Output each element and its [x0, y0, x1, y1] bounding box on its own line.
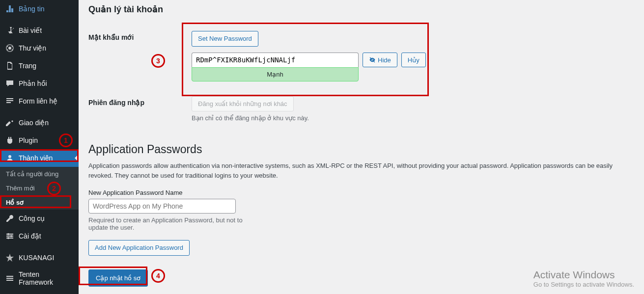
svg-rect-2 [6, 100, 13, 101]
update-profile-button[interactable]: Cập nhật hồ sơ [88, 269, 148, 287]
sessions-description: Bạn chỉ có thể đăng nhập ở khu vực này. [192, 114, 629, 122]
menu-comments[interactable]: Phản hồi [0, 75, 79, 92]
menu-label: Phản hồi [19, 80, 47, 87]
menu-contact-form[interactable]: Form liên hệ [0, 92, 79, 110]
kusanagi-icon [5, 253, 15, 263]
menu-tenten[interactable]: Tenten Framework [0, 267, 79, 290]
svg-point-9 [10, 235, 12, 237]
menu-label: Form liên hệ [19, 97, 57, 105]
app-password-name-label: New Application Password Name [88, 189, 634, 196]
comment-icon [5, 79, 15, 88]
menu-label: Tenten Framework [19, 270, 74, 286]
submenu-add-new[interactable]: Thêm mới [0, 181, 79, 195]
menu-settings[interactable]: Cài đặt [0, 227, 79, 245]
password-strength-meter: Mạnh [192, 67, 359, 81]
menu-dashboard[interactable]: Bảng tin [0, 0, 79, 18]
dashboard-icon [5, 4, 15, 14]
eye-slash-icon [369, 56, 376, 63]
app-password-name-description: Required to create an Application Passwo… [88, 216, 251, 231]
svg-rect-12 [6, 278, 13, 279]
svg-point-0 [8, 47, 11, 50]
media-icon [5, 43, 15, 53]
admin-sidebar: Bảng tin Bài viết Thư viện Trang Phản hồ… [0, 0, 79, 294]
svg-point-4 [8, 155, 11, 158]
logout-everywhere-button: Đăng xuất khỏi những nơi khác [192, 96, 294, 112]
svg-rect-3 [6, 102, 11, 103]
settings-icon [5, 231, 15, 241]
annotation-circle-1: 1 [59, 134, 73, 147]
add-app-password-button[interactable]: Add New Application Password [88, 240, 190, 256]
menu-label: Bài viết [19, 27, 42, 34]
menu-appearance[interactable]: Giao diện [0, 114, 79, 132]
menu-label: Trang [19, 62, 36, 70]
menu-label: Giao diện [19, 119, 49, 127]
annotation-circle-4: 4 [151, 269, 165, 283]
main-content: Quản lý tài khoản Mật khẩu mới Set New P… [79, 0, 644, 294]
menu-label: Thư viện [19, 44, 46, 52]
annotation-circle-2: 2 [47, 182, 61, 195]
watermark-subtitle: Go to Settings to activate Windows. [533, 281, 634, 288]
watermark-title: Activate Windows [533, 269, 634, 281]
pin-icon [5, 26, 15, 35]
menu-collapse[interactable]: Thu gọn menu [0, 292, 79, 294]
menu-tools[interactable]: Công cụ [0, 210, 79, 227]
menu-kusanagi[interactable]: KUSANAGI [0, 249, 79, 267]
tenten-icon [5, 273, 15, 283]
menu-label: KUSANAGI [19, 254, 54, 262]
account-management-heading: Quản lý tài khoản [88, 4, 634, 15]
submenu-all-users[interactable]: Tất cả người dùng [0, 167, 79, 181]
annotation-circle-3: 3 [151, 54, 165, 68]
app-passwords-description: Application passwords allow authenticati… [88, 161, 634, 180]
submenu-users: Tất cả người dùng Thêm mới Hồ sơ [0, 167, 79, 210]
plugin-icon [5, 135, 15, 145]
svg-rect-1 [6, 98, 13, 99]
menu-posts[interactable]: Bài viết [0, 22, 79, 39]
svg-point-8 [7, 233, 9, 235]
menu-label: Công cụ [19, 214, 45, 222]
menu-label: Plugin [19, 136, 38, 144]
new-password-label: Mật khẩu mới [88, 24, 187, 89]
app-passwords-heading: Application Passwords [88, 143, 634, 156]
tool-icon [5, 214, 15, 223]
appearance-icon [5, 118, 15, 128]
hide-password-button[interactable]: Hide [363, 53, 397, 67]
menu-pages[interactable]: Trang [0, 57, 79, 75]
menu-label: Bảng tin [19, 5, 45, 13]
page-icon [5, 61, 15, 71]
sessions-label: Phiên đăng nhập [88, 89, 187, 130]
set-new-password-button[interactable]: Set New Password [192, 31, 258, 47]
menu-users[interactable]: Thành viên [0, 149, 79, 167]
svg-rect-11 [6, 276, 13, 277]
password-input[interactable] [192, 53, 359, 67]
menu-media[interactable]: Thư viện [0, 39, 79, 57]
submenu-profile[interactable]: Hồ sơ [0, 195, 79, 210]
form-icon [5, 96, 15, 106]
windows-watermark: Activate Windows Go to Settings to activ… [533, 269, 634, 288]
menu-label: Thành viên [19, 154, 53, 162]
cancel-password-button[interactable]: Hủy [401, 53, 426, 67]
svg-point-10 [7, 237, 9, 239]
menu-label: Cài đặt [19, 232, 41, 240]
svg-rect-13 [6, 280, 13, 281]
user-icon [5, 153, 15, 163]
app-password-name-input[interactable] [88, 199, 236, 214]
